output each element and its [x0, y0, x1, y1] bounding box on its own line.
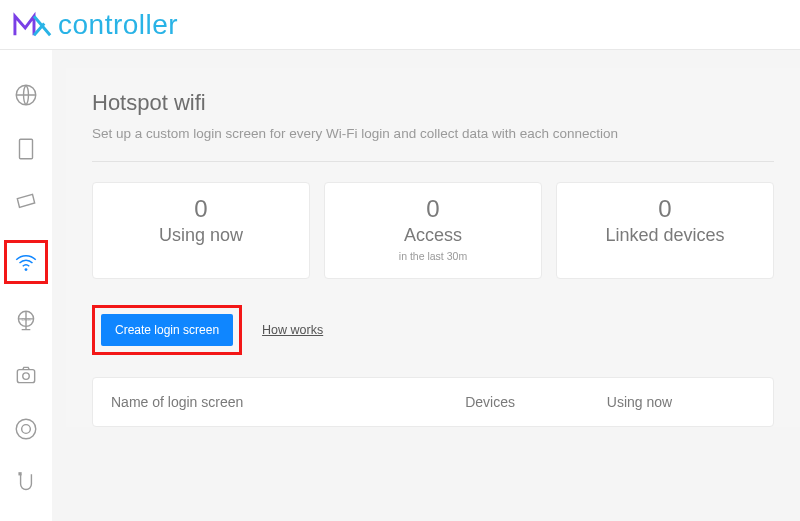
page-subtitle: Set up a custom login screen for every W…	[92, 126, 774, 141]
sidebar: DNS	[0, 50, 52, 521]
svg-rect-1	[20, 139, 33, 159]
app-header: controller	[0, 0, 800, 50]
create-button-highlight: Create login screen	[92, 305, 242, 355]
how-works-link[interactable]: How works	[262, 323, 323, 337]
stat-sublabel: in the last 30m	[333, 250, 533, 262]
sidebar-highlight	[4, 240, 48, 284]
svg-rect-5	[17, 370, 34, 383]
actions-row: Create login screen How works	[92, 305, 774, 355]
col-name: Name of login screen	[111, 394, 465, 410]
stats-row: 0 Using now 0 Access in the last 30m 0 L…	[92, 182, 774, 279]
sidebar-item-ticket[interactable]	[9, 186, 43, 220]
stat-value: 0	[565, 195, 765, 223]
create-login-screen-button[interactable]: Create login screen	[101, 314, 233, 346]
svg-text:DNS: DNS	[21, 317, 30, 322]
stat-label: Linked devices	[565, 225, 765, 246]
page-title: Hotspot wifi	[92, 90, 774, 116]
svg-point-8	[22, 425, 31, 434]
svg-rect-9	[18, 472, 21, 475]
brand-name: controller	[58, 9, 178, 41]
stat-access: 0 Access in the last 30m	[324, 182, 542, 279]
sidebar-item-globe[interactable]	[9, 78, 43, 112]
divider	[92, 161, 774, 162]
main-content: Hotspot wifi Set up a custom login scree…	[52, 50, 800, 521]
globe-icon	[13, 82, 39, 108]
sidebar-item-dns[interactable]: DNS	[9, 304, 43, 338]
stat-value: 0	[333, 195, 533, 223]
mikrotik-icon	[13, 416, 39, 442]
svg-point-7	[16, 419, 36, 439]
ticket-icon	[13, 190, 39, 216]
col-devices: Devices	[465, 394, 607, 410]
svg-point-2	[25, 268, 28, 271]
sidebar-item-wifi[interactable]	[9, 245, 43, 279]
dns-icon: DNS	[13, 308, 39, 334]
sidebar-item-camera[interactable]	[9, 358, 43, 392]
camera-icon	[13, 362, 39, 388]
brand-logo	[12, 10, 56, 40]
stat-label: Using now	[101, 225, 301, 246]
wifi-icon	[13, 249, 39, 275]
ubiquiti-icon	[13, 470, 39, 496]
sidebar-item-ubiquiti[interactable]	[9, 466, 43, 500]
sidebar-item-file[interactable]	[9, 132, 43, 166]
col-using-now: Using now	[607, 394, 755, 410]
stat-linked-devices: 0 Linked devices	[556, 182, 774, 279]
stat-value: 0	[101, 195, 301, 223]
stat-using-now: 0 Using now	[92, 182, 310, 279]
sidebar-item-mikrotik[interactable]	[9, 412, 43, 446]
stat-label: Access	[333, 225, 533, 246]
file-icon	[13, 136, 39, 162]
login-screens-table-header: Name of login screen Devices Using now	[92, 377, 774, 427]
svg-point-6	[23, 373, 30, 380]
